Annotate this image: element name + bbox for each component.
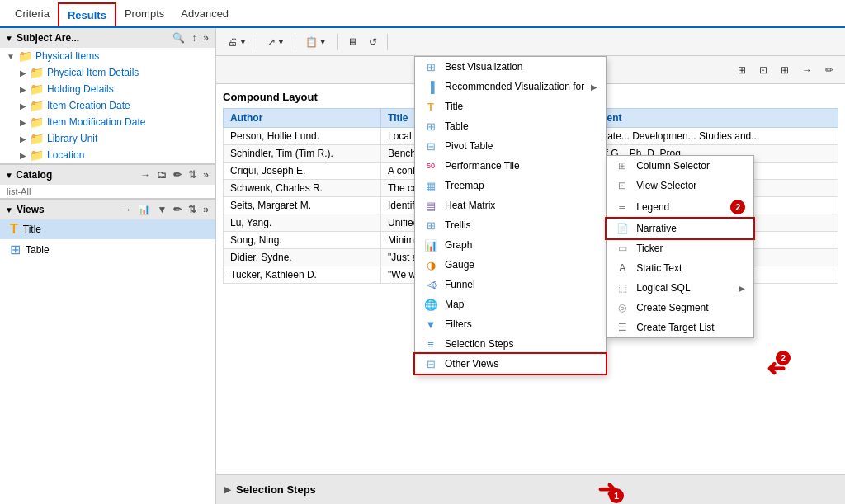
expand-all-icon[interactable]: » <box>201 31 210 45</box>
catalog-icon2[interactable]: 🗂 <box>155 168 168 181</box>
ico-gauge-icon: ◑ <box>423 259 438 271</box>
selection-steps-expand-icon: ▶ <box>224 485 231 494</box>
dropdown-item-heat-matrix[interactable]: ▤Heat Matrix <box>415 195 606 215</box>
tab-prompts[interactable]: Prompts <box>116 2 172 25</box>
sec-tb-btn5[interactable]: ✏ <box>820 62 838 78</box>
table-cell-author: Didier, Sydne. <box>224 249 381 266</box>
submenu-label-ticker: Ticker <box>636 243 745 254</box>
submenu-item-create-segment[interactable]: ◎Create Segment <box>607 298 753 318</box>
tab-advanced[interactable]: Advanced <box>172 2 237 25</box>
catalog-arrow-icon[interactable]: → <box>139 168 152 181</box>
selection-steps-bar[interactable]: ▶ Selection Steps <box>216 474 845 504</box>
submenu-item-view-selector[interactable]: ⊡View Selector <box>607 176 753 195</box>
views-arrow-icon[interactable]: → <box>120 203 133 216</box>
sec-tb-btn3[interactable]: ⊞ <box>776 62 794 78</box>
submenu-panel[interactable]: ⊞Column Selector⊡View Selector≣Legend2📄N… <box>606 155 754 338</box>
views-move-icon[interactable]: ⇅ <box>186 203 198 216</box>
badge-2: 2 <box>776 351 791 365</box>
dropdown-item-funnel[interactable]: ⏿Funnel <box>415 275 606 294</box>
tree-item-physical-items[interactable]: ▼ Physical Items <box>0 48 215 64</box>
table-cell-author: Song, Ning. <box>224 232 381 249</box>
copy-dropdown-arrow: ▼ <box>319 38 327 46</box>
dropdown-item-other-views[interactable]: ⊟Other Views <box>415 354 606 374</box>
view-item-table[interactable]: Table <box>0 239 215 260</box>
submenu-item-ticker[interactable]: ▭Ticker <box>607 238 753 258</box>
dropdown-item-best-viz[interactable]: ⊞Best Visualization <box>415 57 606 77</box>
submenu-item-static-text[interactable]: AStatic Text <box>607 258 753 278</box>
dropdown-label-perf-tile: Performance Tile <box>445 160 597 172</box>
ico-bestviz-icon: ⊞ <box>423 61 438 73</box>
table-cell-author: Seits, Margaret M. <box>224 197 381 214</box>
print-button[interactable]: 🖨 ▼ <box>223 34 252 50</box>
dropdown-item-table[interactable]: ⊞Table <box>415 116 606 136</box>
ico-selection-icon: ≡ <box>423 338 438 350</box>
dropdown-item-title[interactable]: TTitle <box>415 97 606 116</box>
views-edit-icon[interactable]: ✏ <box>172 203 183 216</box>
views-section: ▼ Views → 📊 ▼ ✏ ⇅ » Title Table <box>0 199 215 260</box>
submenu-badge-legend: 2 <box>730 200 745 214</box>
tree-item-holding-details[interactable]: ▶ Holding Details <box>0 81 215 97</box>
dropdown-item-treemap[interactable]: ▦Treemap <box>415 176 606 195</box>
views-dropdown-icon[interactable]: ▼ <box>155 203 168 216</box>
ico-otherview-icon: ⊟ <box>423 358 438 370</box>
expand-icon: ▶ <box>20 85 26 94</box>
dropdown-item-filters[interactable]: ▼Filters <box>415 314 606 334</box>
layout-button[interactable]: 🖥 <box>342 34 362 50</box>
views-chart-icon[interactable]: 📊 <box>136 203 152 216</box>
dropdown-item-map[interactable]: 🌐Map <box>415 294 606 314</box>
sec-tb-btn2[interactable]: ⊡ <box>754 62 772 78</box>
views-expand-icon[interactable]: » <box>201 203 210 216</box>
export-button[interactable]: ↗ ▼ <box>262 34 290 50</box>
dropdown-label-graph: Graph <box>445 239 597 251</box>
refresh-button[interactable]: ↺ <box>364 34 382 50</box>
view-item-title[interactable]: Title <box>0 219 215 239</box>
table-cell-author: Person, Hollie Lund. <box>224 128 381 145</box>
dropdown-label-table: Table <box>445 120 597 132</box>
dropdown-item-gauge[interactable]: ◑Gauge <box>415 255 606 275</box>
copy-button[interactable]: 📋 ▼ <box>300 34 332 50</box>
submenu-item-narrative[interactable]: 📄Narrative <box>607 219 753 238</box>
expand-icon: ▶ <box>20 68 26 78</box>
search-icon[interactable]: 🔍 <box>171 31 186 45</box>
sec-tb-btn1[interactable]: ⊞ <box>733 62 751 78</box>
submenu-arrow-icon: ▶ <box>591 82 597 92</box>
table-cell-author: Lu, Yang. <box>224 214 381 232</box>
dropdown-item-rec-viz[interactable]: ▐Recommended Visualization for▶ <box>415 77 606 97</box>
catalog-header: ▼ Catalog → 🗂 ✏ ⇅ » <box>0 165 215 185</box>
catalog-edit-icon[interactable]: ✏ <box>172 168 183 181</box>
tab-criteria[interactable]: Criteria <box>7 2 58 25</box>
sort-icon[interactable]: ↕ <box>190 31 198 45</box>
tree-item-location[interactable]: ▶ Location <box>0 147 215 163</box>
top-navigation: Criteria Results Prompts Advanced <box>0 0 845 28</box>
submenu-item-legend[interactable]: ≣Legend2 <box>607 195 753 219</box>
dropdown-item-selection-steps[interactable]: ≡Selection Steps <box>415 334 606 354</box>
catalog-expand-icon[interactable]: » <box>201 168 210 181</box>
catalog-move-icon[interactable]: ⇅ <box>186 168 198 181</box>
tree-item-library-unit[interactable]: ▶ Library Unit <box>0 130 215 147</box>
selection-steps-label: Selection Steps <box>236 483 316 496</box>
table-cell-author: Tucker, Kathleen D. <box>224 266 381 284</box>
main-dropdown-menu[interactable]: ⊞Best Visualization▐Recommended Visualiz… <box>414 56 607 374</box>
submenu-item-col-selector[interactable]: ⊞Column Selector <box>607 156 753 176</box>
dropdown-label-heat-matrix: Heat Matrix <box>445 200 597 211</box>
submenu-item-logical-sql[interactable]: ⬚Logical SQL▶ <box>607 278 753 298</box>
ico-legend-icon: ≣ <box>615 201 630 213</box>
ico-title-icon: T <box>423 101 438 112</box>
tab-results[interactable]: Results <box>58 2 116 26</box>
sec-tb-btn4[interactable]: → <box>797 62 817 78</box>
tree-label: Item Modification Date <box>47 116 145 128</box>
expand-icon: ▼ <box>7 52 15 61</box>
export-group: ↗ ▼ <box>262 34 295 50</box>
dropdown-item-trellis[interactable]: ⊞Trellis <box>415 215 606 235</box>
dropdown-item-pivot-table[interactable]: ⊟Pivot Table <box>415 136 606 156</box>
tree-item-item-modification-date[interactable]: ▶ Item Modification Date <box>0 114 215 130</box>
view-label: Table <box>26 244 50 256</box>
submenu-label-create-segment: Create Segment <box>636 302 745 313</box>
tree-item-physical-item-details[interactable]: ▶ Physical Item Details <box>0 64 215 81</box>
tree-item-item-creation-date[interactable]: ▶ Item Creation Date <box>0 97 215 114</box>
submenu-item-create-target-list[interactable]: ☰Create Target List <box>607 318 753 337</box>
table-view-icon <box>10 242 21 257</box>
dropdown-item-graph[interactable]: 📊Graph <box>415 235 606 255</box>
dropdown-item-perf-tile[interactable]: 50Performance Tile <box>415 156 606 176</box>
catalog-section: ▼ Catalog → 🗂 ✏ ⇅ » list-All <box>0 164 215 199</box>
